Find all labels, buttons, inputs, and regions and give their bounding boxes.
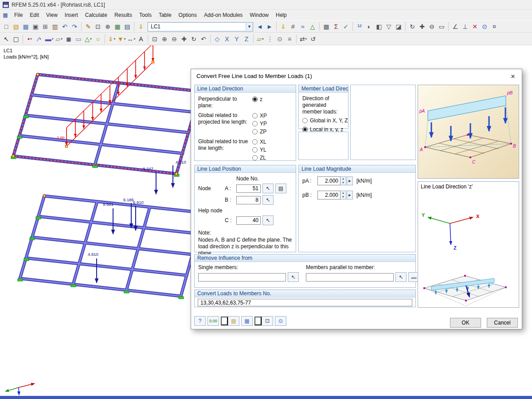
node-a-input[interactable] bbox=[236, 184, 261, 193]
print-icon[interactable]: ▣ bbox=[31, 22, 40, 31]
menu-edit[interactable]: Edit bbox=[26, 11, 43, 20]
member-tool-icon[interactable]: ▬▾ bbox=[44, 34, 54, 44]
move-copy-icon[interactable]: ⇄▾ bbox=[298, 34, 308, 44]
zoom-in-icon-2[interactable]: ⊕ bbox=[160, 34, 169, 44]
zoom-region-icon[interactable]: ⊡ bbox=[93, 22, 103, 31]
menu-view[interactable]: View bbox=[43, 11, 61, 20]
guidelines-icon[interactable]: ≡ bbox=[285, 34, 294, 44]
pb-input[interactable] bbox=[317, 191, 340, 200]
show-loads-icon[interactable]: ⇓ bbox=[278, 22, 288, 31]
cancel-button[interactable]: Cancel bbox=[487, 318, 518, 328]
select-region-icon[interactable]: ▢ bbox=[11, 34, 21, 44]
load-case-combo[interactable]: LC1 ▼ bbox=[148, 22, 253, 31]
rotate-view-icon[interactable]: ↻ bbox=[407, 22, 417, 31]
menu-table[interactable]: Table bbox=[155, 11, 175, 20]
clipping-plane-icon[interactable]: ◪ bbox=[394, 22, 403, 31]
spin-up-icon[interactable]: ▲ bbox=[340, 177, 346, 181]
pa-stepper[interactable]: ▲▼ bbox=[340, 176, 346, 185]
chevron-down-icon[interactable]: ▾ bbox=[39, 37, 41, 41]
object-snap-icon[interactable]: ⊙ bbox=[275, 34, 285, 44]
visibility-icon[interactable]: ◐ bbox=[364, 22, 374, 31]
work-plane-icon[interactable]: ▱▾ bbox=[255, 34, 265, 44]
view-in-y-icon[interactable]: Y bbox=[232, 34, 242, 44]
renumber-icon[interactable]: ¹² bbox=[355, 22, 364, 31]
rotate-copy-icon[interactable]: ↺ bbox=[308, 34, 318, 44]
copy-icon[interactable]: ⊞ bbox=[40, 22, 50, 31]
check-icon[interactable]: ✓ bbox=[341, 22, 351, 31]
measure-angle-icon[interactable]: ∠ bbox=[450, 22, 460, 31]
pa-detail-button[interactable]: ► bbox=[347, 176, 353, 185]
radio-xp[interactable]: XP bbox=[252, 112, 292, 119]
single-members-pick-button[interactable]: ↖ bbox=[288, 272, 299, 282]
spin-up-icon[interactable]: ▲ bbox=[340, 191, 346, 195]
save-icon[interactable]: ▦ bbox=[21, 22, 31, 31]
view-in-z-icon[interactable]: Z bbox=[242, 34, 251, 44]
select-pointer-icon[interactable]: ↖ bbox=[1, 34, 11, 44]
radio-z[interactable]: z bbox=[252, 96, 292, 103]
show-load-values-icon[interactable]: # bbox=[288, 22, 298, 31]
document-icon[interactable]: ▦ bbox=[2, 12, 9, 19]
load-case-icon[interactable]: ⇓ bbox=[136, 22, 146, 31]
chevron-down-icon[interactable]: ▾ bbox=[124, 37, 126, 41]
chevron-down-icon[interactable]: ▾ bbox=[114, 37, 116, 41]
zoom-window-icon[interactable]: ⊡ bbox=[150, 34, 160, 44]
close-icon[interactable]: ✕ bbox=[508, 72, 518, 81]
member-load-icon[interactable]: ⇓▾ bbox=[107, 34, 117, 44]
menu-tools[interactable]: Tools bbox=[136, 11, 155, 20]
zoom-out-icon-2[interactable]: ⊖ bbox=[169, 34, 179, 44]
chevron-down-icon[interactable]: ▾ bbox=[262, 37, 264, 41]
menu-addon-modules[interactable]: Add-on Modules bbox=[200, 11, 246, 20]
radio-yp[interactable]: YP bbox=[252, 120, 292, 127]
view-in-x-icon[interactable]: X bbox=[222, 34, 232, 44]
delete-loads-icon[interactable]: ✕ bbox=[470, 22, 480, 31]
menu-results[interactable]: Results bbox=[111, 11, 136, 20]
parallel-members-input[interactable] bbox=[306, 273, 394, 282]
pb-stepper[interactable]: ▲▼ bbox=[340, 191, 346, 200]
show-supports-icon[interactable]: △ bbox=[308, 22, 317, 31]
spin-down-icon[interactable]: ▼ bbox=[340, 195, 346, 199]
node-support-icon[interactable]: △▾ bbox=[83, 34, 93, 44]
radio-global-xyz[interactable]: Global in X, Y, Z bbox=[302, 117, 344, 124]
menu-calculate[interactable]: Calculate bbox=[82, 11, 111, 20]
help-button[interactable]: ? bbox=[194, 316, 206, 326]
tables-icon[interactable]: ▦ bbox=[113, 22, 122, 31]
menu-insert[interactable]: Insert bbox=[61, 11, 82, 20]
radio-z-input[interactable] bbox=[252, 97, 258, 102]
units-button[interactable]: 0.00 bbox=[207, 316, 219, 326]
show-results-icon[interactable]: ≈ bbox=[298, 22, 308, 31]
chevron-down-icon[interactable]: ▼ bbox=[246, 23, 253, 31]
node-tool-icon[interactable]: •▾ bbox=[25, 34, 35, 44]
rotate-mode-icon[interactable]: ↻ bbox=[189, 34, 199, 44]
single-members-input[interactable] bbox=[198, 273, 286, 282]
info-icon[interactable]: ⊙ bbox=[480, 22, 489, 31]
node-a-pick-button[interactable]: ↖ bbox=[262, 184, 274, 193]
redo-icon[interactable]: ↷ bbox=[70, 22, 79, 31]
radio-xl[interactable]: XL bbox=[252, 138, 292, 145]
pa-input[interactable] bbox=[317, 176, 340, 185]
perpendicular-icon[interactable]: ⊥ bbox=[460, 22, 470, 31]
pb-detail-button[interactable]: ► bbox=[347, 191, 353, 200]
zoom-out-icon[interactable]: ⊖ bbox=[427, 22, 437, 31]
partial-view-icon[interactable]: ◧ bbox=[374, 22, 384, 31]
pan-view-icon[interactable]: ✚ bbox=[179, 34, 189, 44]
eye-button[interactable]: ⊙ bbox=[275, 316, 286, 326]
preview-button[interactable]: ⊡ bbox=[262, 316, 273, 326]
member-hinge-icon[interactable]: ○ bbox=[93, 34, 103, 44]
open-settings-button[interactable]: ▤ bbox=[228, 316, 239, 326]
parallel-members-pick-button[interactable]: ↖ bbox=[395, 272, 407, 282]
dimension-icon[interactable]: ↔▾ bbox=[126, 34, 136, 44]
radio-zl[interactable]: ZL bbox=[252, 154, 292, 161]
ok-button[interactable]: OK bbox=[450, 318, 481, 328]
line-tool-icon[interactable]: ∕▾ bbox=[35, 34, 44, 44]
calculate-icon[interactable]: Σ bbox=[331, 22, 341, 31]
text-comment-icon[interactable]: A bbox=[136, 34, 146, 44]
convert-members-input[interactable] bbox=[198, 299, 412, 306]
mesh-icon[interactable]: ▩ bbox=[321, 22, 331, 31]
filter-icon[interactable]: ▽ bbox=[384, 22, 394, 31]
menu-options[interactable]: Options bbox=[175, 11, 200, 20]
options-icon[interactable]: ¤ bbox=[489, 22, 499, 31]
chevron-down-icon[interactable]: ▾ bbox=[305, 37, 307, 41]
menu-help[interactable]: Help bbox=[272, 11, 290, 20]
solid-tool-icon[interactable]: ◼ bbox=[64, 34, 74, 44]
isometric-view-icon[interactable]: ◇ bbox=[212, 34, 222, 44]
